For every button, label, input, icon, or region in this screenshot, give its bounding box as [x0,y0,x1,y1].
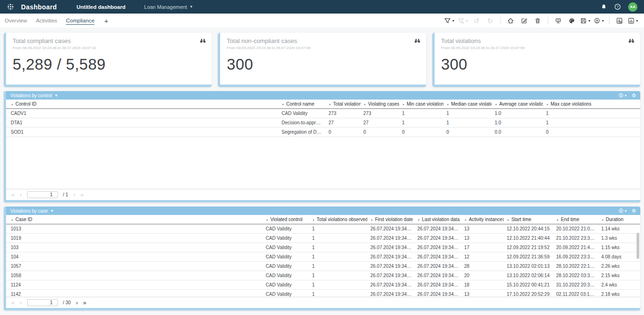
chevron-down-icon: ▼ [636,19,639,22]
panel-title-dropdown[interactable]: Violations by control ▼ [10,93,58,98]
edit-button[interactable] [518,15,530,26]
cell: CAD Validity [263,280,309,290]
table-row[interactable]: CADV1CAD Validity273273111.01 [6,109,640,118]
pagination-bar: « ‹ / 1 › » [6,189,640,200]
explore-binoculars-icon[interactable] [200,37,206,43]
vertical-scrollbar[interactable] [637,233,639,259]
cell: 26.07.2024 19:34:31 [415,280,461,290]
page-number-input[interactable] [27,191,58,198]
redo-button[interactable]: ↻ [484,15,496,26]
column-header[interactable]: ▲Start time [504,215,553,224]
table-row[interactable]: 1124CAD Validity126.07.2024 19:34:3126.0… [6,280,640,290]
chart-settings-button[interactable] [613,15,626,26]
column-header[interactable]: ▲Violating cases [361,100,400,109]
first-page-button[interactable]: « [11,300,14,306]
undo-button[interactable]: ↺ [470,15,483,26]
publish-button[interactable]: ▼ [593,15,605,26]
column-header[interactable]: ▲Last violation data [415,215,461,224]
previous-page-button[interactable]: ‹ [20,192,21,198]
table-row[interactable]: 1013CAD Validity126.07.2024 19:34:3126.0… [6,224,640,234]
add-tab-button[interactable]: + [104,17,108,24]
clear-filter-button[interactable]: ▼ [457,15,469,26]
tab-overview[interactable]: Overview [5,17,27,24]
table-row[interactable]: SOD1Segregation of Duties00000.00 [6,128,640,137]
cell: 104 [6,252,263,262]
cell: 1.0 [492,118,543,128]
cell: 4.08 days [598,252,640,262]
palette-icon [568,17,575,24]
first-page-button[interactable]: « [11,192,14,198]
save-button[interactable]: ▼ [579,15,592,26]
chart-export-button[interactable]: ▼ [627,15,639,26]
column-header[interactable]: ▲Duration [598,215,640,224]
previous-page-button[interactable]: ‹ [20,300,21,306]
table-row[interactable]: 104CAD Validity126.07.2024 19:34:3126.07… [6,252,640,262]
panel-settings-gear-icon[interactable]: ⚙ [631,93,636,98]
cell: 21.10.2022 23:36:29 [553,234,598,243]
cell: 12.10.2022 21:40:44 [504,234,553,243]
column-header[interactable]: ▲End time [553,215,598,224]
column-header[interactable]: ▲Median case violations [444,100,492,109]
cell: 20.09.2022 21:42:58 [553,243,598,252]
column-header[interactable]: ▲Activity instances [461,215,504,224]
column-header[interactable]: ▲Total violations observed [309,215,368,224]
panel-download-button[interactable]: ▼ [618,93,627,98]
column-header[interactable]: ▲First violation date [367,215,414,224]
cell: CAD Validity [263,262,309,271]
kpi-cards-row: Total compliant cases From 08.09.2022 19… [0,28,644,91]
sort-icon: ▲ [364,103,366,106]
home-button[interactable] [504,15,517,26]
column-header[interactable]: ▲Control ID [6,100,279,109]
next-page-button[interactable]: › [73,192,75,198]
column-header[interactable]: ▲Case ID [6,215,263,224]
cell: 1 [444,118,492,128]
tab-activities[interactable]: Activities [36,17,57,24]
notifications-button[interactable] [601,4,607,10]
help-button[interactable]: ? [614,3,621,10]
last-page-button[interactable]: » [80,192,84,198]
dashboard-name[interactable]: Untitled dashboard [77,4,126,10]
column-header[interactable]: ▲Violated control [263,215,309,224]
column-header[interactable]: ▲Min case violations [399,100,444,109]
column-header[interactable]: ▲Average case violations [492,100,543,109]
column-header[interactable]: ▲Control name [279,100,326,109]
cell: 26.07.2024 19:34:31 [367,280,414,290]
signboard-button[interactable] [552,15,565,26]
kpi-card-total-compliant: Total compliant cases From 08.09.2022 19… [4,33,212,87]
cell: 1019 [6,234,263,243]
cell: 0 [399,128,444,137]
cell: 26.07.2024 19:34:31 [367,252,414,262]
panel-title-dropdown[interactable]: Violations by case ▼ [10,208,54,214]
table-row[interactable]: 1019CAD Validity126.07.2024 19:34:3126.0… [6,234,640,243]
column-header[interactable]: ▲Total violations [326,100,361,109]
cell: 273 [361,109,400,118]
panel-header: Violations by control ▼ ▼ ⚙ [6,91,640,100]
sort-icon: ▲ [494,103,497,106]
cell: 12.10.2022 20:44:15 [504,224,553,234]
tab-compliance[interactable]: Compliance [66,17,94,25]
page-number-input[interactable] [27,299,58,306]
user-avatar[interactable]: AA [628,2,637,12]
cell: 0.0 [492,128,543,137]
filter-button[interactable]: ▼ [443,15,456,26]
theme-button[interactable] [565,15,578,26]
sort-icon: ▲ [417,218,420,221]
panel-settings-gear-icon[interactable]: ⚙ [631,208,636,214]
column-header[interactable]: ▲Max case violations [543,100,640,109]
table-row[interactable]: 1142CAD Validity126.07.2024 19:34:3126.0… [6,290,640,297]
table-row[interactable]: 103CAD Validity126.07.2024 19:34:3126.07… [6,243,640,252]
table-row[interactable]: 1057CAD Validity126.07.2024 19:34:3126.0… [6,262,640,271]
card-value: 5,289 / 5,589 [13,56,205,73]
panel-download-button[interactable]: ▼ [618,208,627,214]
last-page-button[interactable]: » [83,300,86,306]
next-page-button[interactable]: › [76,300,78,306]
cell: 27 [361,118,400,128]
svg-text:?: ? [616,5,618,9]
explore-binoculars-icon[interactable] [628,37,635,43]
table-row[interactable]: DTA1Decision-to-approva…2727111.01 [6,118,640,128]
table-row[interactable]: 1058CAD Validity126.07.2024 19:34:3126.0… [6,271,640,280]
explore-binoculars-icon[interactable] [414,37,421,43]
workspace-selector[interactable]: Loan Management ▼ [144,4,193,10]
chevron-down-icon: ▼ [624,209,627,213]
delete-button[interactable] [531,15,544,26]
